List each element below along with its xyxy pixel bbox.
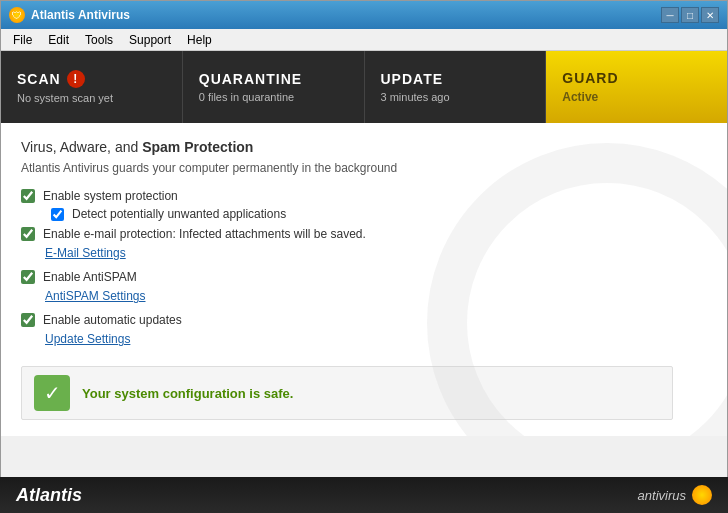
app-window: 🛡 Atlantis Antivirus ─ □ ✕ File Edit Too… — [1, 1, 727, 513]
scan-alert-icon: ! — [67, 70, 85, 88]
email-settings-link[interactable]: E-Mail Settings — [45, 246, 126, 260]
section-desc: Atlantis Antivirus guards your computer … — [21, 161, 707, 175]
antispam-settings-link[interactable]: AntiSPAM Settings — [45, 289, 146, 303]
checkbox-email-protection: Enable e-mail protection: Infected attac… — [21, 227, 707, 241]
update-settings-link-row: Update Settings — [45, 331, 707, 346]
menu-edit[interactable]: Edit — [40, 29, 77, 50]
tab-guard[interactable]: GUARD Active — [546, 51, 727, 123]
menu-help[interactable]: Help — [179, 29, 220, 50]
checkbox-system-protection: Enable system protection — [21, 189, 707, 203]
footer-logo-icon — [692, 485, 712, 505]
menu-bar: File Edit Tools Support Help — [1, 29, 727, 51]
scan-tab-label: SCAN — [17, 71, 61, 87]
checkbox-auto-updates: Enable automatic updates — [21, 313, 707, 327]
tab-scan[interactable]: SCAN ! No system scan yet — [1, 51, 183, 123]
footer-brand: Atlantis — [16, 485, 82, 506]
scan-tab-value: No system scan yet — [17, 92, 166, 104]
update-tab-label: UPDATE — [381, 71, 444, 87]
footer: Atlantis antivirus — [0, 477, 728, 513]
section-title-bold: Spam Protection — [142, 139, 253, 155]
footer-antivirus-text: antivirus — [638, 488, 686, 503]
checkbox-antispam: Enable AntiSPAM — [21, 270, 707, 284]
checkbox-email-protection-input[interactable] — [21, 227, 35, 241]
guard-tab-value: Active — [562, 90, 711, 104]
content-area: Virus, Adware, and Spam Protection Atlan… — [1, 123, 727, 513]
footer-right: antivirus — [638, 485, 712, 505]
update-tab-value: 3 minutes ago — [381, 91, 530, 103]
email-settings-link-row: E-Mail Settings — [45, 245, 707, 260]
check-icon: ✓ — [34, 375, 70, 411]
checkbox-system-protection-input[interactable] — [21, 189, 35, 203]
header-tabs: SCAN ! No system scan yet QUARANTINE 0 f… — [1, 51, 727, 123]
main-content: Virus, Adware, and Spam Protection Atlan… — [1, 123, 727, 436]
title-bar: 🛡 Atlantis Antivirus ─ □ ✕ — [1, 1, 727, 29]
title-bar-left: 🛡 Atlantis Antivirus — [9, 7, 130, 23]
checkbox-email-protection-label: Enable e-mail protection: Infected attac… — [43, 227, 366, 241]
section-title-normal: Virus, Adware, and — [21, 139, 142, 155]
menu-support[interactable]: Support — [121, 29, 179, 50]
quarantine-tab-label: QUARANTINE — [199, 71, 302, 87]
checkbox-detect-pua-input[interactable] — [51, 208, 64, 221]
status-bar: ✓ Your system configuration is safe. — [21, 366, 673, 420]
checkbox-antispam-input[interactable] — [21, 270, 35, 284]
window-title: Atlantis Antivirus — [31, 8, 130, 22]
quarantine-tab-value: 0 files in quarantine — [199, 91, 348, 103]
close-button[interactable]: ✕ — [701, 7, 719, 23]
tab-quarantine[interactable]: QUARANTINE 0 files in quarantine — [183, 51, 365, 123]
minimize-button[interactable]: ─ — [661, 7, 679, 23]
guard-tab-label: GUARD — [562, 70, 618, 86]
section-title: Virus, Adware, and Spam Protection — [21, 139, 707, 155]
checkbox-detect-pua-label: Detect potentially unwanted applications — [72, 207, 286, 221]
status-message: Your system configuration is safe. — [82, 386, 293, 401]
checkbox-auto-updates-label: Enable automatic updates — [43, 313, 182, 327]
menu-file[interactable]: File — [5, 29, 40, 50]
checkbox-auto-updates-input[interactable] — [21, 313, 35, 327]
tab-update[interactable]: UPDATE 3 minutes ago — [365, 51, 547, 123]
checkbox-system-protection-label: Enable system protection — [43, 189, 178, 203]
sub-detect-pua: Detect potentially unwanted applications — [51, 207, 707, 221]
menu-tools[interactable]: Tools — [77, 29, 121, 50]
window-controls: ─ □ ✕ — [661, 7, 719, 23]
maximize-button[interactable]: □ — [681, 7, 699, 23]
app-icon: 🛡 — [9, 7, 25, 23]
update-settings-link[interactable]: Update Settings — [45, 332, 130, 346]
antispam-settings-link-row: AntiSPAM Settings — [45, 288, 707, 303]
checkbox-antispam-label: Enable AntiSPAM — [43, 270, 137, 284]
